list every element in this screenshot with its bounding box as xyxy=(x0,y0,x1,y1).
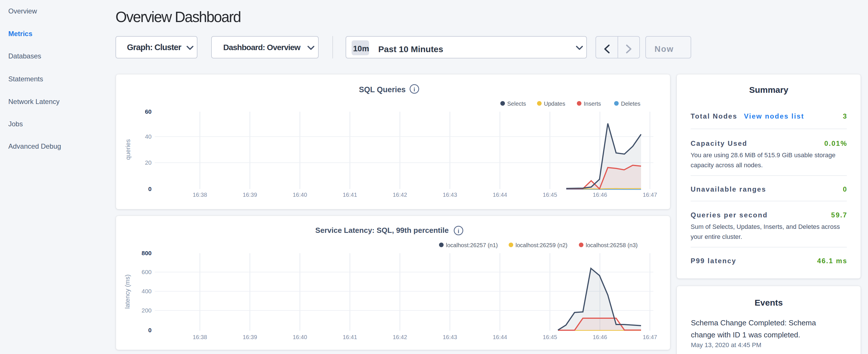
svg-text:800: 800 xyxy=(142,250,152,256)
svg-text:16:42: 16:42 xyxy=(393,334,407,340)
svg-text:localhost:26259 (n2): localhost:26259 (n2) xyxy=(516,242,567,248)
svg-text:localhost:26257 (n1): localhost:26257 (n1) xyxy=(446,242,498,248)
svg-text:0: 0 xyxy=(148,327,152,333)
svg-text:16:46: 16:46 xyxy=(593,192,607,198)
svg-text:16:41: 16:41 xyxy=(343,334,357,340)
svg-text:60: 60 xyxy=(145,108,152,115)
svg-text:16:38: 16:38 xyxy=(192,192,207,198)
svg-text:16:46: 16:46 xyxy=(593,334,607,340)
svg-text:16:38: 16:38 xyxy=(192,334,207,340)
svg-text:queries: queries xyxy=(124,139,131,160)
svg-text:400: 400 xyxy=(142,288,152,294)
svg-text:16:47: 16:47 xyxy=(643,334,657,340)
svg-text:200: 200 xyxy=(142,307,152,314)
svg-text:Updates: Updates xyxy=(544,100,565,107)
svg-text:i: i xyxy=(413,86,415,93)
svg-text:localhost:26258 (n3): localhost:26258 (n3) xyxy=(586,242,638,248)
svg-text:Selects: Selects xyxy=(507,100,526,107)
svg-text:16:44: 16:44 xyxy=(493,192,507,198)
svg-text:0: 0 xyxy=(148,186,152,192)
svg-text:SQL Queries: SQL Queries xyxy=(359,85,405,94)
svg-text:16:43: 16:43 xyxy=(443,192,457,198)
svg-text:Deletes: Deletes xyxy=(621,100,641,107)
svg-text:16:47: 16:47 xyxy=(643,192,657,198)
svg-text:16:41: 16:41 xyxy=(343,192,357,198)
svg-text:Inserts: Inserts xyxy=(584,100,601,107)
svg-text:600: 600 xyxy=(142,269,152,275)
svg-text:16:40: 16:40 xyxy=(292,192,307,198)
svg-text:16:44: 16:44 xyxy=(493,334,507,340)
svg-text:16:45: 16:45 xyxy=(543,334,557,340)
svg-text:16:43: 16:43 xyxy=(443,334,457,340)
svg-text:40: 40 xyxy=(145,133,152,140)
svg-text:16:39: 16:39 xyxy=(243,334,257,340)
svg-text:i: i xyxy=(458,228,459,234)
svg-text:16:39: 16:39 xyxy=(243,192,257,198)
svg-text:Service Latency: SQL, 99th per: Service Latency: SQL, 99th percentile xyxy=(315,226,448,234)
svg-text:20: 20 xyxy=(145,159,152,166)
svg-text:16:40: 16:40 xyxy=(292,334,307,340)
svg-text:16:45: 16:45 xyxy=(543,192,557,198)
svg-text:latency (ms): latency (ms) xyxy=(124,275,131,309)
svg-text:16:42: 16:42 xyxy=(393,192,407,198)
